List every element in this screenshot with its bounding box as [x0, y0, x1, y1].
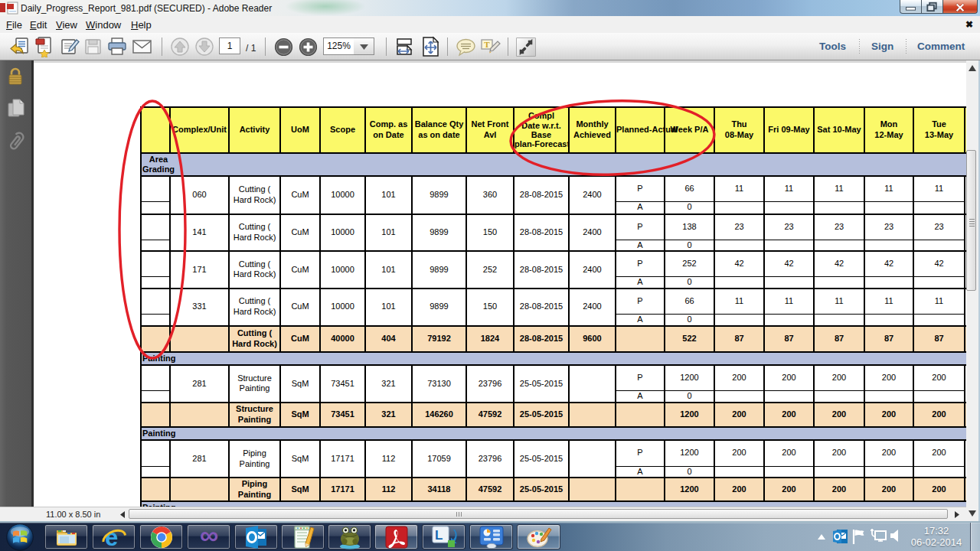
svg-text:T: T: [484, 40, 490, 49]
svg-text:L: L: [435, 528, 443, 543]
svg-text:e: e: [105, 525, 118, 549]
svg-text:∞: ∞: [199, 526, 217, 549]
